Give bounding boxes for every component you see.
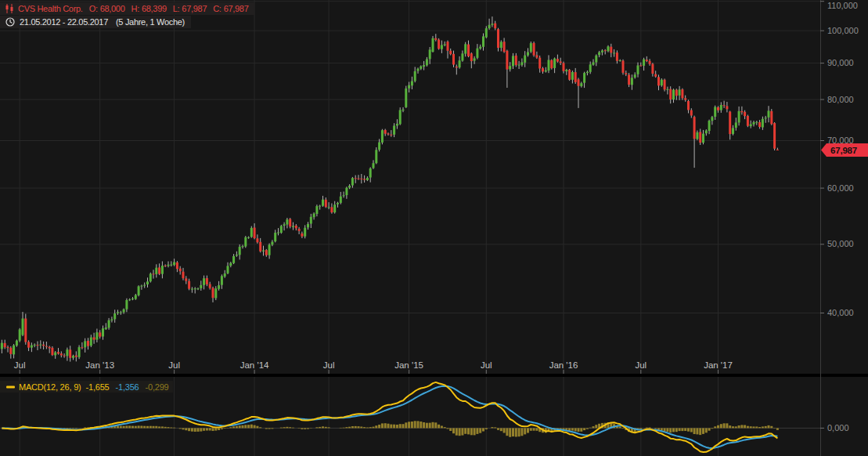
candle[interactable]	[690, 110, 693, 116]
candle[interactable]	[117, 312, 119, 313]
candle[interactable]	[247, 237, 250, 238]
candle[interactable]	[75, 356, 77, 357]
candle[interactable]	[348, 186, 351, 188]
candle[interactable]	[325, 200, 327, 207]
candle[interactable]	[758, 122, 761, 127]
candle[interactable]	[209, 284, 211, 288]
candle[interactable]	[535, 55, 538, 57]
candle[interactable]	[37, 345, 39, 346]
candle[interactable]	[283, 224, 286, 226]
candle[interactable]	[595, 56, 597, 63]
candle[interactable]	[550, 60, 553, 68]
candle[interactable]	[556, 59, 559, 62]
candle[interactable]	[206, 278, 208, 284]
candle[interactable]	[438, 40, 440, 49]
candle[interactable]	[684, 98, 686, 100]
candle[interactable]	[351, 178, 354, 185]
instrument-header[interactable]: CVS Health Corp. O:68,000 H:68,399 L:67,…	[0, 2, 254, 15]
candle[interactable]	[22, 319, 24, 335]
candle[interactable]	[485, 28, 488, 38]
candle[interactable]	[179, 269, 182, 272]
candle[interactable]	[744, 112, 746, 116]
candle[interactable]	[256, 238, 258, 242]
candle[interactable]	[78, 347, 81, 357]
candle[interactable]	[140, 286, 142, 287]
candle[interactable]	[373, 163, 375, 168]
candle[interactable]	[191, 289, 193, 290]
candle[interactable]	[170, 265, 172, 266]
candle[interactable]	[441, 45, 443, 49]
candle[interactable]	[417, 69, 420, 71]
candle[interactable]	[158, 267, 160, 273]
candle[interactable]	[625, 73, 627, 74]
candle[interactable]	[586, 72, 589, 73]
candle[interactable]	[651, 64, 654, 74]
candle[interactable]	[482, 36, 484, 46]
candle[interactable]	[194, 288, 196, 289]
candle[interactable]	[720, 105, 722, 110]
candle[interactable]	[366, 178, 369, 180]
candle[interactable]	[518, 65, 520, 66]
candle[interactable]	[304, 228, 306, 237]
candle[interactable]	[387, 133, 390, 134]
candle[interactable]	[426, 60, 428, 66]
candle[interactable]	[250, 228, 253, 237]
candle[interactable]	[420, 67, 422, 69]
candle[interactable]	[520, 62, 523, 65]
candle[interactable]	[762, 119, 764, 128]
candle[interactable]	[634, 74, 636, 78]
candle[interactable]	[358, 179, 360, 179]
candle[interactable]	[675, 90, 678, 96]
candle[interactable]	[687, 101, 690, 110]
candle[interactable]	[60, 353, 63, 355]
candle[interactable]	[254, 228, 256, 239]
candle[interactable]	[131, 299, 134, 299]
candle[interactable]	[538, 58, 541, 69]
candle[interactable]	[128, 299, 131, 300]
candle[interactable]	[628, 75, 630, 85]
candle[interactable]	[262, 251, 265, 252]
candle[interactable]	[402, 110, 405, 110]
candle[interactable]	[750, 125, 752, 127]
candle[interactable]	[664, 80, 666, 90]
candle[interactable]	[340, 197, 342, 203]
candle[interactable]	[610, 47, 612, 53]
candle[interactable]	[214, 288, 217, 298]
candle[interactable]	[461, 53, 463, 60]
candle[interactable]	[679, 89, 681, 96]
candle[interactable]	[24, 319, 27, 342]
candle[interactable]	[770, 111, 773, 125]
candle[interactable]	[375, 150, 377, 163]
candle[interactable]	[476, 49, 478, 58]
candle[interactable]	[729, 112, 731, 135]
candle[interactable]	[747, 116, 749, 126]
candle[interactable]	[27, 342, 30, 347]
candle[interactable]	[494, 24, 496, 28]
candle[interactable]	[95, 332, 98, 339]
candle[interactable]	[315, 206, 318, 214]
pane-separator[interactable]	[0, 374, 868, 377]
candle[interactable]	[161, 266, 164, 274]
candle[interactable]	[265, 250, 268, 255]
candle[interactable]	[598, 52, 600, 56]
candle[interactable]	[57, 352, 59, 353]
candle[interactable]	[666, 89, 668, 90]
candle[interactable]	[654, 74, 657, 77]
candle[interactable]	[646, 60, 648, 61]
candle[interactable]	[563, 63, 565, 71]
candle[interactable]	[726, 106, 728, 109]
candle[interactable]	[108, 320, 110, 328]
candle[interactable]	[399, 110, 402, 125]
candle[interactable]	[768, 110, 770, 118]
candle[interactable]	[378, 143, 380, 150]
candle[interactable]	[699, 132, 701, 143]
candle[interactable]	[355, 178, 357, 179]
candle[interactable]	[444, 44, 446, 45]
candle[interactable]	[571, 72, 574, 80]
candle[interactable]	[580, 83, 582, 86]
candle[interactable]	[19, 329, 21, 340]
candle[interactable]	[565, 70, 567, 71]
candle[interactable]	[524, 56, 526, 63]
candle[interactable]	[7, 347, 9, 348]
candle[interactable]	[99, 332, 101, 336]
